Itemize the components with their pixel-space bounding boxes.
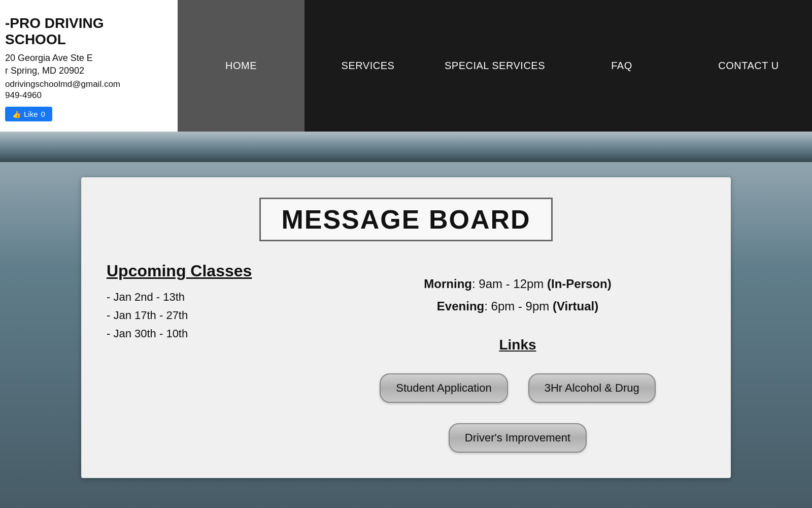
content-area: Upcoming Classes - Jan 2nd - 13th - Jan …: [107, 262, 705, 453]
morning-label: Morning: [424, 277, 472, 291]
class-item-3: - Jan 30th - 10th: [107, 327, 310, 340]
navigation: HOME SERVICES SPECIAL SERVICES FAQ CONTA…: [178, 0, 812, 132]
message-board-title: MESSAGE BOARD: [259, 198, 552, 241]
nav-item-home[interactable]: HOME: [178, 0, 304, 132]
morning-mode: (In-Person): [547, 277, 612, 291]
nav-label-contact: CONTACT U: [718, 60, 779, 72]
schedule-section: Morning: 9am - 12pm (In-Person) Evening:…: [424, 277, 611, 322]
right-column: Morning: 9am - 12pm (In-Person) Evening:…: [330, 262, 705, 453]
nav-item-faq[interactable]: FAQ: [558, 0, 685, 132]
drivers-improvement-button[interactable]: Driver's Improvement: [449, 423, 587, 453]
evening-schedule: Evening: 6pm - 9pm (Virtual): [424, 299, 611, 313]
hero-banner: [0, 132, 812, 162]
class-item-1: - Jan 2nd - 13th: [107, 291, 310, 304]
evening-mode: (Virtual): [553, 299, 598, 313]
student-application-button[interactable]: Student Application: [380, 373, 507, 403]
upcoming-classes-heading: Upcoming Classes: [107, 262, 310, 280]
nav-label-special-services: SPECIAL SERVICES: [445, 60, 545, 72]
class-item-2: - Jan 17th - 27th: [107, 309, 310, 322]
like-count: 0: [41, 110, 45, 118]
buttons-area: Student Application 3Hr Alcohol & Drug D…: [330, 373, 705, 453]
school-name: -PRO DRIVING SCHOOL: [5, 15, 167, 48]
message-board-title-wrapper: MESSAGE BOARD: [107, 198, 705, 241]
evening-label: Evening: [437, 299, 484, 313]
links-heading: Links: [499, 337, 536, 353]
nav-label-faq: FAQ: [611, 60, 632, 72]
message-board-card: MESSAGE BOARD Upcoming Classes - Jan 2nd…: [81, 177, 731, 478]
alcohol-drug-button[interactable]: 3Hr Alcohol & Drug: [528, 373, 656, 403]
thumbs-up-icon: 👍: [12, 110, 21, 118]
links-section: Links: [499, 337, 536, 368]
nav-item-contact[interactable]: CONTACT U: [685, 0, 812, 132]
address-line2: r Spring, MD 20902: [5, 65, 167, 77]
nav-label-services: SERVICES: [342, 60, 395, 72]
logo-area: -PRO DRIVING SCHOOL 20 Georgia Ave Ste E…: [0, 0, 178, 132]
left-column: Upcoming Classes - Jan 2nd - 13th - Jan …: [107, 262, 310, 453]
nav-item-special-services[interactable]: SPECIAL SERVICES: [431, 0, 558, 132]
header: -PRO DRIVING SCHOOL 20 Georgia Ave Ste E…: [0, 0, 812, 132]
nav-item-services[interactable]: SERVICES: [304, 0, 431, 132]
like-button[interactable]: 👍 Like 0: [5, 107, 52, 121]
address-line1: 20 Georgia Ave Ste E: [5, 52, 167, 65]
phone: 949-4960: [5, 90, 167, 101]
morning-schedule: Morning: 9am - 12pm (In-Person): [424, 277, 611, 291]
main-content: MESSAGE BOARD Upcoming Classes - Jan 2nd…: [0, 162, 812, 508]
evening-time: : 6pm - 9pm: [484, 299, 549, 313]
morning-time: : 9am - 12pm: [472, 277, 544, 291]
class-list: - Jan 2nd - 13th - Jan 17th - 27th - Jan…: [107, 291, 310, 340]
like-label: Like: [24, 110, 38, 118]
email: odrivingschoolmd@gmail.com: [5, 79, 167, 89]
nav-label-home: HOME: [225, 60, 257, 72]
